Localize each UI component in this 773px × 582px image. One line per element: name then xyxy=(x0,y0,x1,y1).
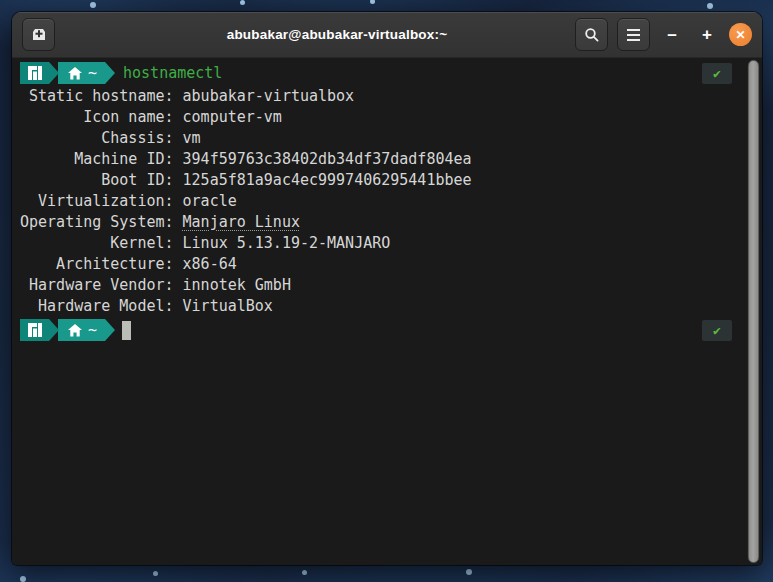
output-line: Operating System: Manjaro Linux xyxy=(20,212,762,233)
wallpaper-dot xyxy=(466,569,472,575)
scrollbar-thumb[interactable] xyxy=(748,60,759,563)
manjaro-logo-icon xyxy=(28,66,42,80)
output-line: Static hostname: abubakar-virtualbox xyxy=(20,86,762,107)
powerline-chevron xyxy=(49,62,59,84)
status-badge: ✔ xyxy=(702,63,732,84)
home-icon xyxy=(68,67,82,80)
hamburger-menu-icon xyxy=(627,29,640,41)
output-line: Boot ID: 125a5f81a9ac4ec9997406295441bbe… xyxy=(20,170,762,191)
prompt-row: ~ hostnamectl ✔ xyxy=(20,62,762,84)
home-icon xyxy=(68,324,82,337)
output-line: Hardware Model: VirtualBox xyxy=(20,296,762,317)
maximize-button[interactable]: + xyxy=(694,22,720,48)
menu-button[interactable] xyxy=(617,18,650,51)
output-line: Architecture: x86-64 xyxy=(20,254,762,275)
terminal-window: abubakar@abubakar-virtualbox:~ – + xyxy=(12,12,762,565)
output-line: Kernel: Linux 5.13.19-2-MANJARO xyxy=(20,233,762,254)
scrollbar[interactable] xyxy=(747,59,760,564)
search-button[interactable] xyxy=(575,18,608,51)
checkmark-icon: ✔ xyxy=(713,320,721,341)
output-line: Chassis: vm xyxy=(20,128,762,149)
prompt-path: ~ xyxy=(88,63,97,84)
checkmark-icon: ✔ xyxy=(713,63,721,84)
wallpaper-dot xyxy=(707,3,713,9)
wallpaper-dot xyxy=(302,570,307,575)
wallpaper-dot xyxy=(240,0,245,5)
command-text: hostnamectl xyxy=(123,63,222,84)
output-line: Icon name: computer-vm xyxy=(20,107,762,128)
window-title: abubakar@abubakar-virtualbox:~ xyxy=(63,27,567,42)
desktop-background: abubakar@abubakar-virtualbox:~ – + xyxy=(0,0,773,582)
close-button[interactable]: ✕ xyxy=(729,23,752,46)
prompt-row: ~ ✔ xyxy=(20,319,762,341)
manjaro-logo-icon xyxy=(28,323,42,337)
prompt-distro-segment xyxy=(20,319,49,341)
titlebar-controls: – + ✕ xyxy=(575,18,752,51)
prompt-path-segment: ~ xyxy=(58,319,105,341)
minimize-button[interactable]: – xyxy=(659,22,685,48)
titlebar: abubakar@abubakar-virtualbox:~ – + xyxy=(12,12,762,58)
wallpaper-dot xyxy=(90,2,96,8)
prompt-path-segment: ~ xyxy=(58,62,105,84)
new-tab-button[interactable] xyxy=(22,18,55,51)
output-line: Hardware Vendor: innotek GmbH xyxy=(20,275,762,296)
prompt-path: ~ xyxy=(88,320,97,341)
wallpaper-dot xyxy=(370,0,375,4)
terminal-screen[interactable]: ~ hostnamectl ✔ Static hostname: abubaka… xyxy=(12,58,762,565)
status-badge: ✔ xyxy=(702,320,732,341)
close-icon: ✕ xyxy=(735,28,745,42)
tab-new-icon xyxy=(31,27,47,42)
powerline-chevron xyxy=(49,319,59,341)
terminal-cursor xyxy=(122,321,131,340)
output-line: Machine ID: 394f59763c38402db34df37dadf8… xyxy=(20,149,762,170)
powerline-chevron xyxy=(105,319,115,341)
output-line: Virtualization: oracle xyxy=(20,191,762,212)
powerline-chevron xyxy=(105,62,115,84)
search-icon xyxy=(584,27,600,43)
terminal-output: Static hostname: abubakar-virtualbox Ico… xyxy=(20,86,762,317)
terminal-hyperlink[interactable]: Manjaro Linux xyxy=(183,213,300,231)
wallpaper-dot xyxy=(20,576,26,582)
prompt-distro-segment xyxy=(20,62,49,84)
wallpaper-dot xyxy=(153,571,158,576)
